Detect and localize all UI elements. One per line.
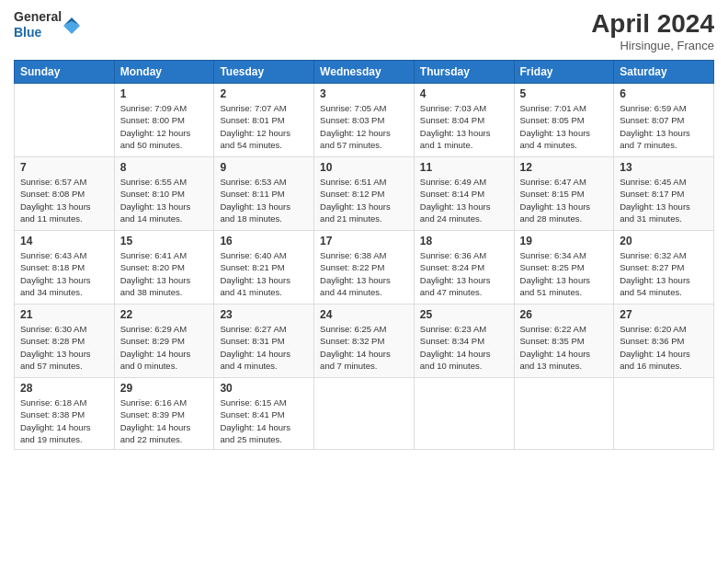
day-number: 13 [620,161,708,174]
day-number: 18 [420,235,508,247]
day-info: Sunrise: 6:20 AMSunset: 8:36 PMDaylight:… [620,323,708,372]
day-number: 21 [20,308,108,321]
table-row: 2Sunrise: 7:07 AMSunset: 8:01 PMDaylight… [214,84,314,157]
table-row: 1Sunrise: 7:09 AMSunset: 8:00 PMDaylight… [114,84,214,157]
day-info: Sunrise: 6:27 AMSunset: 8:31 PMDaylight:… [220,323,308,372]
header-sunday: Sunday [15,61,115,84]
table-row: 12Sunrise: 6:47 AMSunset: 8:15 PMDayligh… [514,157,614,231]
table-row: 25Sunrise: 6:23 AMSunset: 8:34 PMDayligh… [414,304,514,378]
table-row: 17Sunrise: 6:38 AMSunset: 8:22 PMDayligh… [314,231,415,304]
day-info: Sunrise: 6:47 AMSunset: 8:15 PMDaylight:… [520,176,609,224]
day-info: Sunrise: 6:18 AMSunset: 8:38 PMDaylight:… [20,396,108,445]
table-row [614,378,714,450]
day-info: Sunrise: 6:45 AMSunset: 8:17 PMDaylight:… [620,176,708,224]
day-number: 2 [220,87,308,100]
table-row: 7Sunrise: 6:57 AMSunset: 8:08 PMDaylight… [15,157,115,231]
header-saturday: Saturday [614,61,714,84]
day-number: 17 [320,235,408,247]
table-row: 29Sunrise: 6:16 AMSunset: 8:39 PMDayligh… [114,378,214,450]
table-row: 9Sunrise: 6:53 AMSunset: 8:11 PMDaylight… [214,157,314,231]
day-number: 30 [220,382,308,395]
day-info: Sunrise: 6:32 AMSunset: 8:27 PMDaylight:… [620,249,708,298]
day-info: Sunrise: 6:38 AMSunset: 8:22 PMDaylight:… [320,249,408,298]
calendar-header-row: Sunday Monday Tuesday Wednesday Thursday… [15,61,714,84]
table-row [414,378,514,450]
header-monday: Monday [114,61,214,84]
day-number: 16 [220,235,308,247]
day-info: Sunrise: 6:41 AMSunset: 8:20 PMDaylight:… [120,249,209,298]
day-info: Sunrise: 6:40 AMSunset: 8:21 PMDaylight:… [220,249,308,298]
day-info: Sunrise: 7:03 AMSunset: 8:04 PMDaylight:… [420,102,508,151]
table-row: 24Sunrise: 6:25 AMSunset: 8:32 PMDayligh… [314,304,415,378]
table-row: 10Sunrise: 6:51 AMSunset: 8:12 PMDayligh… [314,157,415,231]
day-info: Sunrise: 6:22 AMSunset: 8:35 PMDaylight:… [520,323,609,372]
logo-blue-text: Blue [14,25,62,40]
table-row: 5Sunrise: 7:01 AMSunset: 8:05 PMDaylight… [514,84,614,157]
day-number: 29 [120,382,209,395]
day-info: Sunrise: 6:55 AMSunset: 8:10 PMDaylight:… [120,176,209,224]
header-tuesday: Tuesday [214,61,314,84]
table-row: 23Sunrise: 6:27 AMSunset: 8:31 PMDayligh… [214,304,314,378]
table-row: 19Sunrise: 6:34 AMSunset: 8:25 PMDayligh… [514,231,614,304]
header-thursday: Thursday [414,61,514,84]
day-info: Sunrise: 6:57 AMSunset: 8:08 PMDaylight:… [20,176,108,224]
day-number: 10 [320,161,408,174]
day-info: Sunrise: 6:34 AMSunset: 8:25 PMDaylight:… [520,249,609,298]
day-info: Sunrise: 6:29 AMSunset: 8:29 PMDaylight:… [120,323,209,372]
day-number: 9 [220,161,308,174]
day-number: 7 [20,161,108,174]
title-section: April 2024 Hirsingue, France [591,9,714,52]
day-number: 25 [420,308,508,321]
table-row: 6Sunrise: 6:59 AMSunset: 8:07 PMDaylight… [614,84,714,157]
calendar-table: Sunday Monday Tuesday Wednesday Thursday… [14,60,714,450]
table-row [15,84,115,157]
table-row: 16Sunrise: 6:40 AMSunset: 8:21 PMDayligh… [214,231,314,304]
day-number: 4 [420,87,508,100]
table-row: 20Sunrise: 6:32 AMSunset: 8:27 PMDayligh… [614,231,714,304]
day-number: 26 [520,308,609,321]
day-info: Sunrise: 6:51 AMSunset: 8:12 PMDaylight:… [320,176,408,224]
day-info: Sunrise: 7:01 AMSunset: 8:05 PMDaylight:… [520,102,609,151]
day-info: Sunrise: 6:30 AMSunset: 8:28 PMDaylight:… [20,323,108,372]
day-info: Sunrise: 6:49 AMSunset: 8:14 PMDaylight:… [420,176,508,224]
day-info: Sunrise: 6:25 AMSunset: 8:32 PMDaylight:… [320,323,408,372]
day-number: 8 [120,161,209,174]
table-row: 14Sunrise: 6:43 AMSunset: 8:18 PMDayligh… [15,231,115,304]
day-info: Sunrise: 6:43 AMSunset: 8:18 PMDaylight:… [20,249,108,298]
logo-general-text: General [14,9,62,25]
table-row: 18Sunrise: 6:36 AMSunset: 8:24 PMDayligh… [414,231,514,304]
day-number: 14 [20,235,108,247]
day-number: 5 [520,87,609,100]
day-info: Sunrise: 6:15 AMSunset: 8:41 PMDaylight:… [220,396,308,445]
day-number: 19 [520,235,609,247]
table-row: 26Sunrise: 6:22 AMSunset: 8:35 PMDayligh… [514,304,614,378]
table-row: 30Sunrise: 6:15 AMSunset: 8:41 PMDayligh… [214,378,314,450]
header-friday: Friday [514,61,614,84]
day-info: Sunrise: 6:23 AMSunset: 8:34 PMDaylight:… [420,323,508,372]
day-info: Sunrise: 7:05 AMSunset: 8:03 PMDaylight:… [320,102,408,151]
day-info: Sunrise: 6:53 AMSunset: 8:11 PMDaylight:… [220,176,308,224]
day-number: 11 [420,161,508,174]
day-info: Sunrise: 6:36 AMSunset: 8:24 PMDaylight:… [420,249,508,298]
logo: General Blue [14,9,80,40]
table-row: 3Sunrise: 7:05 AMSunset: 8:03 PMDaylight… [314,84,415,157]
table-row [314,378,415,450]
day-number: 23 [220,308,308,321]
table-row [514,378,614,450]
day-number: 28 [20,382,108,395]
logo-icon [63,17,80,34]
day-number: 20 [620,235,708,247]
table-row: 15Sunrise: 6:41 AMSunset: 8:20 PMDayligh… [114,231,214,304]
day-number: 1 [120,87,209,100]
table-row: 13Sunrise: 6:45 AMSunset: 8:17 PMDayligh… [614,157,714,231]
table-row: 27Sunrise: 6:20 AMSunset: 8:36 PMDayligh… [614,304,714,378]
month-title: April 2024 [591,9,714,39]
page: General Blue April 2024 Hirsingue, Franc… [0,0,728,563]
day-info: Sunrise: 6:16 AMSunset: 8:39 PMDaylight:… [120,396,209,445]
day-number: 27 [620,308,708,321]
day-number: 22 [120,308,209,321]
table-row: 4Sunrise: 7:03 AMSunset: 8:04 PMDaylight… [414,84,514,157]
location: Hirsingue, France [591,39,714,52]
day-number: 6 [620,87,708,100]
header-wednesday: Wednesday [314,61,415,84]
